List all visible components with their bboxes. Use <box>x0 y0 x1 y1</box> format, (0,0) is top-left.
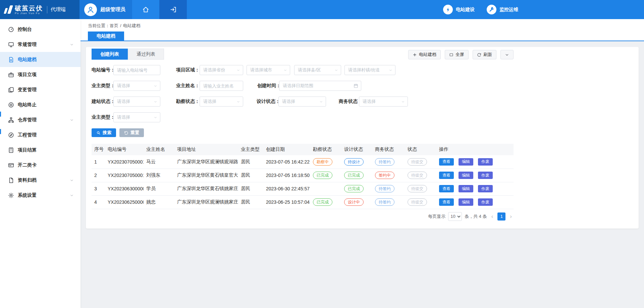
sidebar-item-files[interactable]: 变更管理 <box>0 82 80 97</box>
view-button[interactable]: 查看 <box>439 198 454 206</box>
filter-select[interactable]: 请选择县/区 <box>294 65 341 75</box>
status-badge: 签约中 <box>375 172 394 179</box>
edit-button[interactable]: 编辑 <box>459 198 473 206</box>
home-button[interactable] <box>132 0 159 19</box>
void-button[interactable]: 作废 <box>478 198 493 206</box>
sidebar-item-label: 电站建档 <box>18 57 74 63</box>
filter-select[interactable]: 请选择 <box>359 97 408 107</box>
business-status-cell: 待签约 <box>372 155 405 169</box>
filter-select[interactable]: 请选择 <box>113 112 160 122</box>
sidebar-item-calculator[interactable]: 项目结算 <box>0 142 80 158</box>
sidebar-marker <box>0 112 1 117</box>
filter-select[interactable]: 请选择 <box>200 97 243 107</box>
view-button[interactable]: 查看 <box>439 172 454 179</box>
edit-button[interactable]: 编辑 <box>459 158 473 166</box>
sidebar-item-label: 资料归档 <box>18 177 70 183</box>
prev-page-button[interactable]: ‹ <box>490 212 495 221</box>
row-index: 3 <box>92 182 105 195</box>
filter-select[interactable]: 请选择 <box>113 81 160 91</box>
sidebar-item-sitemap[interactable]: 仓库管理 <box>0 112 80 127</box>
sidebar-item-dashboard[interactable]: 控制台 <box>0 22 80 37</box>
reset-button[interactable]: 重置 <box>119 128 144 137</box>
view-button[interactable]: 查看 <box>439 185 454 192</box>
status-badge: 待签约 <box>375 185 394 192</box>
filter-input[interactable] <box>200 81 243 91</box>
status-badge: 待提交 <box>408 158 427 166</box>
chevron-down-icon <box>505 53 509 57</box>
sidebar-item-card[interactable]: 开二类卡 <box>0 158 80 173</box>
project-address: 广东深圳龙华区黄石镇姚家庄... <box>174 182 238 195</box>
page-size-select[interactable]: 10 <box>448 212 462 221</box>
sidebar-item-monitor[interactable]: 常规管理 <box>0 37 80 52</box>
next-page-button[interactable]: › <box>508 212 514 221</box>
chevron-down-icon <box>70 118 74 122</box>
design-status-cell: 已完成 <box>341 169 372 182</box>
chevron-down-icon <box>236 68 240 72</box>
filter-select[interactable]: 请选择省份 <box>200 65 243 75</box>
avatar <box>84 3 97 16</box>
list-tab[interactable]: 创建列表 <box>92 49 128 60</box>
search-icon <box>96 131 101 135</box>
monitor-ops-link[interactable]: 监控运维 <box>487 5 518 14</box>
filter-label: 业主姓名： <box>174 83 200 89</box>
table-header-cell: 序号 <box>92 144 105 155</box>
filter-row: 电站编号：项目区域：请选择省份请选择城市请选择县/区请选择村镇/街道 <box>92 65 514 75</box>
search-button[interactable]: 搜索 <box>92 128 116 137</box>
row-actions: 查看编辑作废 <box>436 169 514 182</box>
status-badge: 待提交 <box>408 198 427 206</box>
add-station-button[interactable]: 电站建档 <box>408 50 441 59</box>
filter-label: 勘察状态： <box>174 99 200 105</box>
status-badge: 已完成 <box>344 185 364 192</box>
logo-divider <box>47 6 47 13</box>
owner-name: 马云 <box>144 155 174 169</box>
sidebar-item-document[interactable]: 电站建档 <box>0 52 80 67</box>
edit-button[interactable]: 编辑 <box>459 172 473 179</box>
row-index: 4 <box>92 195 105 209</box>
filter-input[interactable] <box>113 65 160 75</box>
filter-select[interactable]: 请选择 <box>278 97 326 107</box>
page-tab[interactable]: 电站建档 <box>88 32 124 41</box>
station-build-link[interactable]: 电站建设 <box>443 5 475 14</box>
survey-status-cell <box>310 182 341 195</box>
sidebar-item-settings[interactable]: 系统设置 <box>0 188 80 203</box>
submit-status-cell: 待提交 <box>405 195 436 209</box>
sidebar-item-archive[interactable]: 资料归档 <box>0 173 80 188</box>
status-badge: 设计中 <box>344 198 364 206</box>
void-button[interactable]: 作废 <box>478 172 493 179</box>
filter-select[interactable]: 请选择村镇/街道 <box>344 65 395 75</box>
sidebar-menu: 控制台常规管理电站建档项目立项变更管理电站终止仓库管理工程管理项目结算开二类卡资… <box>0 22 80 203</box>
monitor-icon <box>8 42 14 48</box>
logout-button[interactable] <box>159 0 187 19</box>
refresh-button[interactable]: 刷新 <box>473 50 496 59</box>
page-number[interactable]: 1 <box>497 212 505 221</box>
top-header: 破茧云伏 Po Jian Yun Fu 代理端 超级管理员 电站建设 监控运维 <box>0 0 644 19</box>
filter-select[interactable]: 请选择 <box>113 97 160 107</box>
filter-select[interactable]: 请选择城市 <box>247 65 290 75</box>
station-code: YX2023062500004 <box>105 195 144 209</box>
user-menu[interactable]: 超级管理员 <box>79 0 132 19</box>
view-button[interactable]: 查看 <box>439 158 454 166</box>
edit-button[interactable]: 编辑 <box>459 185 473 192</box>
list-tab[interactable]: 通过列表 <box>128 49 164 60</box>
status-badge: 已完成 <box>313 172 332 179</box>
table-header-cell: 项目地址 <box>174 144 238 155</box>
row-actions: 查看编辑作废 <box>436 155 514 169</box>
void-button[interactable]: 作废 <box>478 158 493 166</box>
fullscreen-button[interactable]: 全屏 <box>445 50 469 59</box>
status-badge: 已完成 <box>344 172 364 179</box>
sidebar-item-briefcase[interactable]: 项目立项 <box>0 67 80 82</box>
chevron-down-icon <box>154 100 157 104</box>
chevron-down-icon <box>236 100 240 104</box>
collapse-button[interactable] <box>500 50 514 59</box>
table-header-cell: 操作 <box>436 144 514 155</box>
void-button[interactable]: 作废 <box>478 185 493 192</box>
page-size-label: 每页显示 <box>428 213 445 220</box>
sidebar-item-target[interactable]: 电站终止 <box>0 97 80 112</box>
filter-label: 项目区域： <box>174 67 200 73</box>
sidebar-item-compass[interactable]: 工程管理 <box>0 127 80 142</box>
filter-date-input[interactable]: 请选择日期范围 <box>279 81 361 91</box>
filter-row: 业主类型：请选择业主姓名：创建时间：请选择日期范围 <box>92 81 514 91</box>
status-badge: 待设计 <box>344 158 364 166</box>
table-header-cell: 业主类型 <box>238 144 263 155</box>
breadcrumb-home[interactable]: 首页 <box>110 23 118 28</box>
